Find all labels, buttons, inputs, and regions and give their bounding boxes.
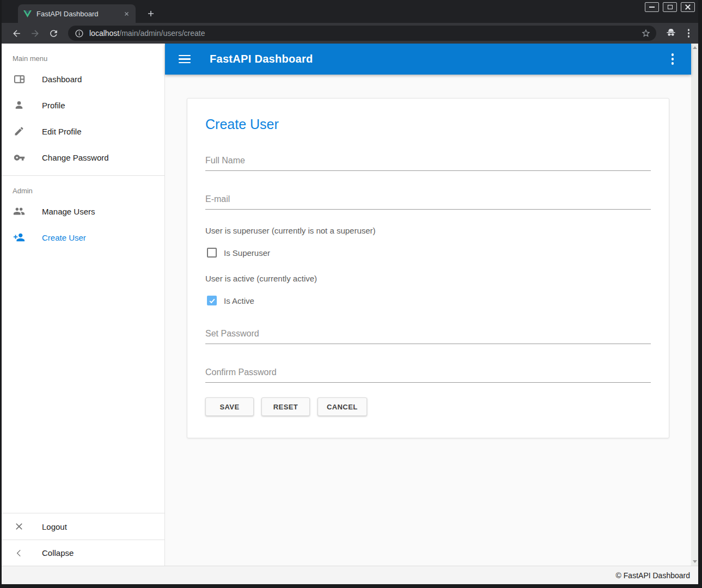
tab-close-icon[interactable] bbox=[122, 9, 131, 19]
save-button[interactable]: SAVE bbox=[205, 397, 254, 416]
window-minimize-button[interactable] bbox=[645, 2, 659, 12]
sidebar-item-logout[interactable]: Logout bbox=[2, 513, 164, 540]
browser-window: FastAPI Dashboard bbox=[0, 0, 702, 588]
sidebar-item-label: Change Password bbox=[42, 153, 109, 162]
vue-logo-icon bbox=[23, 10, 32, 18]
checkmark-icon bbox=[209, 297, 216, 304]
person-add-icon bbox=[13, 231, 25, 243]
sidebar-item-create-user[interactable]: Create User bbox=[2, 224, 164, 250]
reload-button[interactable] bbox=[46, 26, 60, 40]
cancel-button[interactable]: CANCEL bbox=[318, 397, 367, 416]
scroll-down-arrow-icon[interactable] bbox=[693, 560, 697, 563]
sidebar-item-change-password[interactable]: Change Password bbox=[2, 144, 164, 170]
person-icon bbox=[13, 99, 25, 111]
back-button[interactable] bbox=[9, 26, 23, 40]
confirm-password-input[interactable] bbox=[205, 364, 651, 383]
forward-button[interactable] bbox=[28, 26, 42, 40]
browser-menu-button[interactable] bbox=[685, 27, 693, 40]
sidebar-item-label: Manage Users bbox=[42, 207, 95, 216]
copyright-text: © FastAPI Dashboard bbox=[616, 571, 690, 580]
close-icon bbox=[685, 4, 691, 10]
confirm-password-field bbox=[205, 364, 651, 383]
browser-titlebar: FastAPI Dashboard bbox=[2, 0, 698, 23]
full-name-field bbox=[205, 152, 651, 171]
browser-tab[interactable]: FastAPI Dashboard bbox=[18, 4, 136, 23]
set-password-field bbox=[205, 326, 651, 344]
sidebar-item-label: Dashboard bbox=[42, 75, 82, 84]
sidebar-item-label: Logout bbox=[42, 522, 67, 531]
sidebar-item-dashboard[interactable]: Dashboard bbox=[2, 66, 164, 92]
sidebar-item-manage-users[interactable]: Manage Users bbox=[2, 198, 164, 224]
app-header: FastAPI Dashboard bbox=[165, 44, 691, 75]
sidebar-section-admin: Admin bbox=[2, 176, 164, 198]
minimize-icon bbox=[649, 7, 655, 8]
active-checkbox[interactable] bbox=[207, 296, 217, 305]
main-area: FastAPI Dashboard Create User bbox=[165, 44, 691, 566]
active-checkbox-row[interactable]: Is Active bbox=[205, 296, 651, 305]
url-text: localhost/main/admin/users/create bbox=[89, 29, 641, 38]
sidebar-item-profile[interactable]: Profile bbox=[2, 92, 164, 118]
superuser-checkbox[interactable] bbox=[207, 248, 217, 258]
superuser-checkbox-label: Is Superuser bbox=[224, 248, 270, 258]
page-title: Create User bbox=[205, 117, 651, 132]
full-name-input[interactable] bbox=[205, 152, 651, 171]
app-menu-button[interactable] bbox=[667, 51, 679, 67]
app-title: FastAPI Dashboard bbox=[210, 53, 667, 65]
url-host: localhost bbox=[89, 29, 119, 38]
new-tab-button[interactable] bbox=[144, 7, 157, 20]
url-bar[interactable]: localhost/main/admin/users/create bbox=[68, 26, 656, 41]
superuser-hint: User is superuser (currently is not a su… bbox=[205, 226, 651, 235]
window-close-button[interactable] bbox=[681, 2, 695, 12]
form-actions: SAVE RESET CANCEL bbox=[205, 397, 651, 416]
active-hint: User is active (currently active) bbox=[205, 274, 651, 283]
sidebar-item-label: Collapse bbox=[42, 548, 74, 558]
chevron-left-icon bbox=[13, 547, 25, 559]
content-area: Create User User is superuser (currently… bbox=[165, 75, 691, 566]
browser-toolbar: localhost/main/admin/users/create bbox=[2, 23, 698, 44]
url-path: /main/admin/users/create bbox=[119, 29, 205, 38]
logout-x-icon bbox=[13, 520, 25, 532]
page-footer: © FastAPI Dashboard bbox=[2, 566, 698, 584]
email-field bbox=[205, 191, 651, 210]
maximize-icon bbox=[668, 5, 673, 9]
create-user-card: Create User User is superuser (currently… bbox=[187, 98, 669, 438]
hamburger-menu-icon[interactable] bbox=[179, 53, 192, 66]
people-icon bbox=[13, 205, 25, 217]
reset-button[interactable]: RESET bbox=[261, 397, 310, 416]
sidebar-section-main-menu: Main menu bbox=[2, 44, 164, 66]
scroll-up-arrow-icon[interactable] bbox=[693, 46, 697, 49]
window-maximize-button[interactable] bbox=[663, 2, 677, 12]
sidebar-item-label: Create User bbox=[42, 233, 86, 242]
sidebar-item-label: Profile bbox=[42, 101, 65, 110]
key-icon bbox=[13, 151, 25, 163]
sidebar-item-label: Edit Profile bbox=[42, 127, 82, 136]
pencil-icon bbox=[13, 125, 25, 137]
site-info-icon[interactable] bbox=[75, 29, 84, 38]
sidebar-item-edit-profile[interactable]: Edit Profile bbox=[2, 118, 164, 144]
incognito-icon bbox=[665, 26, 677, 40]
page: Main menu Dashboard Profile bbox=[2, 44, 698, 584]
email-input[interactable] bbox=[205, 191, 651, 210]
tab-title: FastAPI Dashboard bbox=[36, 10, 122, 18]
page-scrollbar[interactable] bbox=[691, 44, 698, 566]
bookmark-star-icon[interactable] bbox=[641, 28, 651, 38]
dashboard-icon bbox=[13, 73, 25, 85]
sidebar-item-collapse[interactable]: Collapse bbox=[2, 540, 164, 566]
active-checkbox-label: Is Active bbox=[224, 296, 254, 305]
superuser-checkbox-row[interactable]: Is Superuser bbox=[205, 248, 651, 258]
set-password-input[interactable] bbox=[205, 326, 651, 344]
sidebar: Main menu Dashboard Profile bbox=[2, 44, 165, 566]
